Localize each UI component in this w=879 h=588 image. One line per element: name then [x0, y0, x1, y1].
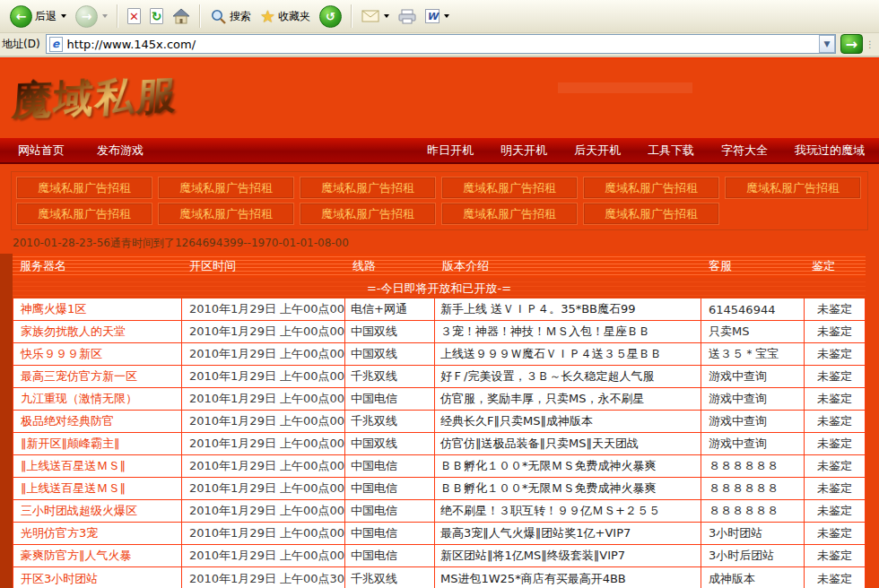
line-cell: 中国电信: [345, 455, 435, 477]
line-cell: 千兆双线: [345, 366, 435, 387]
server-name-cell[interactable]: 家族勿扰散人的天堂: [13, 321, 182, 342]
version-desc-cell: 好Ｆ/完美设置，３Ｂ～长久稳定超人气服: [435, 366, 701, 387]
verify-cell: 未鉴定: [805, 433, 865, 454]
table-row: 极品绝对经典防官2010年1月29日 上午00点00分千兆双线经典长久F‖只卖M…: [13, 411, 865, 433]
mail-icon: [361, 10, 379, 22]
go-button[interactable]: →: [840, 34, 863, 54]
nav-item-tomorrow-open[interactable]: 明天开机: [500, 143, 547, 159]
back-button[interactable]: ← 后退: [5, 4, 71, 30]
header-banner-placeholder: [558, 82, 692, 93]
toolbar-separator: [351, 4, 352, 28]
open-time-cell: 2010年1月29日 上午00点00分: [182, 388, 345, 410]
verify-cell: 未鉴定: [805, 478, 865, 499]
nav-item-yesterday-open[interactable]: 昨日开机: [427, 143, 474, 159]
home-button[interactable]: [168, 6, 195, 26]
server-name-cell[interactable]: ‖上线送百星送ＭＳ‖: [13, 455, 182, 477]
server-name-cell[interactable]: 快乐９９９新区: [13, 343, 182, 365]
nav-item-day-after-open[interactable]: 后天开机: [574, 143, 621, 159]
toolbar-separator: [199, 4, 201, 28]
line-cell: 中国电信: [345, 523, 435, 544]
ad-slot[interactable]: 魔域私服广告招租: [16, 177, 152, 199]
page-content: 魔域私服 网站首页发布游戏 昨日开机明天开机后天开机工具下载字符大全我玩过的魔域…: [0, 57, 879, 588]
ad-slot[interactable]: 魔域私服广告招租: [725, 177, 861, 199]
ad-slot[interactable]: 魔域私服广告招租: [583, 203, 719, 225]
ad-slot[interactable]: 魔域私服广告招租: [300, 177, 436, 199]
support-cell: ８８８８８８: [701, 478, 805, 499]
nav-item-publish[interactable]: 发布游戏: [97, 143, 144, 159]
nav-item-home[interactable]: 网站首页: [18, 143, 65, 159]
ad-slot[interactable]: 魔域私服广告招租: [441, 203, 578, 225]
nav-item-tools-download[interactable]: 工具下载: [648, 143, 694, 159]
col-header-line: 线路: [345, 258, 435, 274]
history-icon: ↺: [319, 5, 342, 28]
stop-button[interactable]: ✕: [123, 6, 145, 26]
open-time-cell: 2010年1月29日 上午00点00分: [182, 455, 345, 477]
nav-item-glyph-library[interactable]: 字符大全: [721, 143, 768, 159]
version-desc-cell: 上线送９９９Ｗ魔石ＶＩＰ４送３５星ＢＢ: [435, 343, 701, 365]
mail-button[interactable]: [357, 8, 394, 24]
server-name-cell[interactable]: 开区3小时团站: [13, 567, 182, 588]
nav-left-group: 网站首页发布游戏: [18, 143, 176, 159]
table-row: ‖新开区‖颠峰霸主‖2010年1月29日 上午00点00分中国双线仿官仿‖送极品…: [13, 433, 865, 455]
server-name-cell[interactable]: 最高三宠仿官方新一区: [13, 366, 182, 387]
address-dropdown-button[interactable]: ▼: [819, 35, 835, 53]
open-time-cell: 2010年1月29日 上午00点00分: [182, 478, 345, 499]
server-name-cell[interactable]: 神鹰火爆1区: [13, 298, 182, 320]
table-row: 神鹰火爆1区2010年1月29日 上午00点00分电信+网通新手上线 送ＶＩＰ４…: [13, 298, 865, 321]
table-row: 最高三宠仿官方新一区2010年1月29日 上午00点00分千兆双线好Ｆ/完美设置…: [13, 366, 865, 388]
ad-slot[interactable]: 魔域私服广告招租: [441, 177, 578, 199]
browser-toolbar: ← 后退 → ✕ ↻ 搜索 ★ 收藏夹 ↺: [0, 0, 879, 33]
server-name-cell[interactable]: 极品绝对经典防官: [13, 411, 182, 432]
support-cell: 游戏中查询: [701, 411, 805, 432]
toolbar-separator: [117, 4, 118, 28]
ad-row: 魔域私服广告招租魔域私服广告招租魔域私服广告招租魔域私服广告招租魔域私服广告招租: [13, 201, 866, 227]
verify-cell: 未鉴定: [805, 343, 865, 365]
history-button[interactable]: ↺: [315, 4, 346, 30]
main-nav: 网站首页发布游戏 昨日开机明天开机后天开机工具下载字符大全我玩过的魔域: [0, 138, 879, 164]
toolbar-grip: ⋮: [866, 39, 875, 49]
ad-slot[interactable]: 魔域私服广告招租: [158, 203, 294, 225]
verify-cell: 未鉴定: [805, 545, 865, 566]
server-name-cell[interactable]: 豪爽防官方‖人气火暴: [13, 545, 182, 566]
ad-slot[interactable]: 魔域私服广告招租: [16, 203, 152, 225]
site-logo[interactable]: 魔域私服: [11, 69, 180, 127]
forward-button[interactable]: →: [71, 4, 112, 30]
back-label: 后退: [35, 9, 57, 24]
support-cell: 游戏中查询: [701, 388, 805, 410]
print-button[interactable]: [394, 7, 421, 26]
site-header: 魔域私服: [0, 59, 879, 138]
support-cell: ８８８８８８: [701, 500, 805, 522]
support-cell: 3小时后团站: [701, 545, 805, 566]
server-name-cell[interactable]: 九江重现（激情无限）: [13, 388, 182, 410]
server-name-cell[interactable]: 光明仿官方3宠: [13, 523, 182, 544]
address-input[interactable]: e http://www.145x.com/ ▼: [46, 34, 836, 54]
server-name-cell[interactable]: 三小时团战超级火爆区: [13, 500, 182, 522]
favorites-button[interactable]: ★ 收藏夹: [256, 6, 315, 27]
address-bar: 地址(D) e http://www.145x.com/ ▼ → ⋮: [0, 33, 879, 57]
time-ticker-text: 2010-01-28-23-56通青时间到了1264694399--1970-0…: [13, 236, 879, 250]
nav-item-my-played[interactable]: 我玩过的魔域: [795, 143, 865, 159]
server-name-cell[interactable]: ‖新开区‖颠峰霸主‖: [13, 433, 182, 454]
search-button[interactable]: 搜索: [205, 6, 256, 27]
forward-icon: →: [75, 5, 98, 28]
forward-dropdown-icon: [102, 14, 108, 18]
support-cell: 送３５＊宝宝: [701, 343, 805, 365]
mail-dropdown-icon[interactable]: [384, 14, 389, 18]
back-dropdown-icon[interactable]: [61, 14, 66, 18]
favorites-label: 收藏夹: [278, 9, 310, 24]
col-header-open-time: 开区时间: [182, 258, 345, 274]
word-edit-button[interactable]: W: [421, 7, 454, 25]
col-header-version-desc: 版本介绍: [435, 258, 701, 274]
edit-dropdown-icon[interactable]: [444, 14, 449, 18]
server-name-cell[interactable]: ‖上线送百星送ＭＳ‖: [13, 478, 182, 499]
table-row: 家族勿扰散人的天堂2010年1月29日 上午00点00分中国双线３宠！神器！神技…: [13, 321, 865, 343]
version-desc-cell: 仿官仿‖送极品装备‖只卖MS‖天天团战: [435, 433, 701, 454]
nav-right-group: 昨日开机明天开机后天开机工具下载字符大全我玩过的魔域: [400, 143, 865, 159]
refresh-button[interactable]: ↻: [145, 6, 168, 26]
col-header-verify: 鉴定: [805, 258, 866, 274]
open-time-cell: 2010年1月29日 上午00点00分: [182, 366, 345, 387]
address-url-text: http://www.145x.com/: [67, 38, 196, 51]
ad-slot[interactable]: 魔域私服广告招租: [300, 203, 436, 225]
ad-slot[interactable]: 魔域私服广告招租: [158, 177, 294, 199]
ad-slot[interactable]: 魔域私服广告招租: [583, 177, 719, 199]
